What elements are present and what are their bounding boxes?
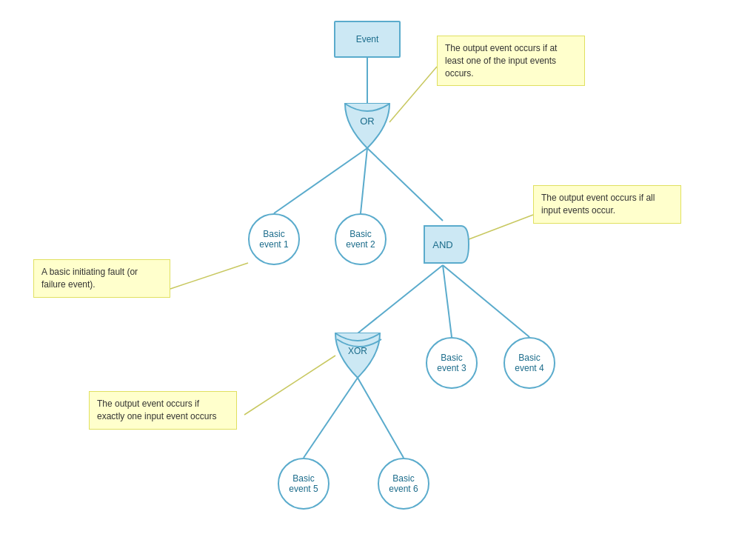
svg-line-12 <box>244 356 335 415</box>
svg-line-3 <box>367 148 443 221</box>
basic-event-5: Basic event 5 <box>278 458 330 510</box>
svg-line-1 <box>274 148 367 213</box>
svg-text:AND: AND <box>432 239 452 250</box>
svg-line-2 <box>361 148 367 213</box>
svg-line-7 <box>304 378 358 458</box>
and-tooltip: The output event occurs if all input eve… <box>533 185 681 224</box>
basic-event-2: Basic event 2 <box>335 213 387 265</box>
svg-line-4 <box>358 265 443 333</box>
xor-tooltip: The output event occurs if exactly one i… <box>89 391 237 430</box>
xor-gate: XOR <box>328 324 387 384</box>
svg-text:XOR: XOR <box>348 346 367 356</box>
svg-line-5 <box>443 265 452 337</box>
and-gate: AND <box>413 211 472 270</box>
svg-line-6 <box>443 265 529 337</box>
svg-line-8 <box>358 378 404 458</box>
basic-event-1: Basic event 1 <box>248 213 300 265</box>
basic-event-3: Basic event 3 <box>426 337 478 389</box>
or-tooltip: The output event occurs if at least one … <box>437 36 585 86</box>
diagram-container: Event OR Basic event 1 Basic event 2 AND <box>0 0 756 537</box>
or-gate: OR <box>338 96 397 156</box>
basic-event-6: Basic event 6 <box>378 458 429 510</box>
basic-event-4: Basic event 4 <box>504 337 555 389</box>
svg-text:OR: OR <box>360 116 375 127</box>
basic1-tooltip: A basic initiating fault (or failure eve… <box>33 259 170 298</box>
svg-line-11 <box>170 263 248 289</box>
event-node: Event <box>334 21 401 58</box>
svg-line-10 <box>465 215 533 241</box>
